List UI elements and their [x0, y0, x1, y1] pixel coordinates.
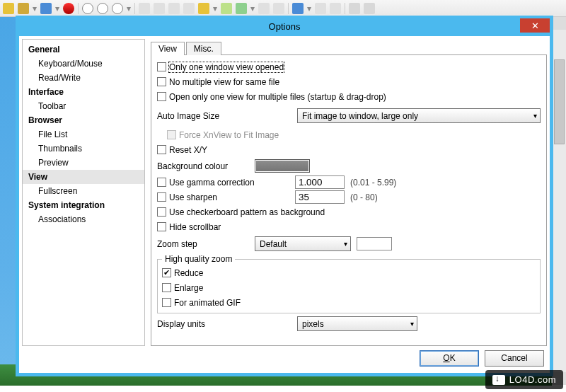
dialog-footer: OK Cancel [22, 346, 547, 370]
lbl-open-one[interactable]: Open only one view for multiple files (s… [169, 92, 386, 102]
download-icon [492, 375, 505, 385]
group-hq-zoom: High quality zoom Reduce Enlarge For ani… [157, 254, 541, 313]
chk-reset-xy[interactable] [157, 145, 166, 154]
lbl-force-fit: Force XnView to Fit Image [179, 130, 279, 140]
lbl-zoom-step: Zoom step [157, 239, 249, 249]
watermark-badge: LO4D.com [485, 370, 563, 389]
input-zoom-custom[interactable] [357, 237, 392, 250]
chk-checker[interactable] [157, 207, 166, 217]
background-toolbar: ▾ ▾ ▾ ▾ ▾ ▾ [0, 0, 566, 17]
sidebar-item-filelist[interactable]: File List [23, 127, 144, 142]
chk-sharpen[interactable] [157, 192, 166, 202]
chk-no-multiple[interactable] [157, 77, 166, 86]
category-sidebar: General Keyboard/Mouse Read/Write Interf… [22, 39, 145, 346]
sidebar-cat-view[interactable]: View [23, 170, 144, 184]
dialog-title: Options [269, 21, 301, 32]
sidebar-item-preview[interactable]: Preview [23, 156, 144, 170]
lbl-no-multiple[interactable]: No multiple view for same file [169, 77, 279, 87]
chk-one-window[interactable] [157, 62, 166, 71]
sidebar-cat-browser[interactable]: Browser [23, 113, 144, 127]
chk-open-one[interactable] [157, 92, 166, 101]
sidebar-item-associations[interactable]: Associations [23, 212, 144, 226]
lbl-auto-image-size: Auto Image Size [157, 111, 291, 121]
chk-gamma[interactable] [157, 178, 166, 187]
options-dialog: Options ✕ General Keyboard/Mouse Read/Wr… [16, 16, 553, 376]
lbl-hq-gif[interactable]: For animated GIF [174, 298, 241, 308]
tabs: View Misc. [151, 39, 547, 54]
combo-zoom-step[interactable]: Default ▾ [255, 236, 351, 251]
combo-display-units[interactable]: pixels ▾ [297, 316, 417, 331]
background-scrollbar[interactable] [552, 17, 566, 385]
lbl-checker[interactable]: Use checkerboard pattern as background [169, 207, 325, 217]
scrollbar-thumb[interactable] [554, 59, 565, 144]
lbl-reset-xy[interactable]: Reset X/Y [169, 145, 207, 155]
sidebar-cat-sysintegration[interactable]: System integration [23, 198, 144, 212]
input-sharpen[interactable] [295, 190, 345, 204]
tab-misc[interactable]: Misc. [186, 42, 221, 55]
chevron-down-icon: ▾ [344, 240, 347, 248]
chk-hide-scrollbar[interactable] [157, 222, 166, 231]
chk-hq-enlarge[interactable] [162, 283, 171, 292]
hint-gamma: (0.01 - 5.99) [350, 178, 396, 188]
lbl-gamma[interactable]: Use gamma correction [169, 178, 295, 188]
lbl-one-window[interactable]: Only one window view opened [169, 62, 284, 72]
bg-colour-picker[interactable] [255, 159, 310, 173]
tab-view[interactable]: View [151, 42, 185, 55]
cancel-button[interactable]: Cancel [485, 350, 544, 367]
chk-hq-gif[interactable] [162, 298, 171, 307]
input-gamma[interactable] [295, 175, 345, 189]
lbl-hq-enlarge[interactable]: Enlarge [174, 283, 203, 293]
lbl-hq-reduce[interactable]: Reduce [174, 268, 203, 278]
lbl-hide-scrollbar[interactable]: Hide scrollbar [169, 222, 221, 232]
close-button[interactable]: ✕ [520, 18, 550, 33]
chevron-down-icon: ▾ [410, 320, 414, 328]
lbl-display-units: Display units [157, 319, 291, 329]
sidebar-item-fullscreen[interactable]: Fullscreen [23, 184, 144, 198]
titlebar[interactable]: Options ✕ [16, 16, 553, 36]
sidebar-item-thumbnails[interactable]: Thumbnails [23, 142, 144, 156]
combo-auto-image-size[interactable]: Fit image to window, large only ▾ [297, 108, 541, 123]
sidebar-cat-interface[interactable]: Interface [23, 85, 144, 99]
sidebar-item-keyboard-mouse[interactable]: Keyboard/Mouse [23, 57, 144, 71]
chevron-down-icon: ▾ [533, 112, 537, 120]
chk-force-fit [167, 130, 176, 139]
ok-button[interactable]: OK [420, 350, 479, 367]
lbl-sharpen[interactable]: Use sharpen [169, 192, 295, 202]
options-content: View Misc. Only one window view opened N… [151, 39, 547, 346]
legend-hq-zoom: High quality zoom [162, 254, 235, 264]
lbl-bg-colour: Background colour [157, 161, 249, 171]
hint-sharpen: (0 - 80) [350, 192, 378, 202]
chk-hq-reduce[interactable] [162, 268, 171, 277]
sidebar-item-toolbar[interactable]: Toolbar [23, 99, 144, 113]
close-icon: ✕ [531, 21, 539, 31]
sidebar-cat-general[interactable]: General [23, 42, 144, 57]
view-panel: Only one window view opened No multiple … [151, 54, 547, 346]
sidebar-item-read-write[interactable]: Read/Write [23, 71, 144, 85]
